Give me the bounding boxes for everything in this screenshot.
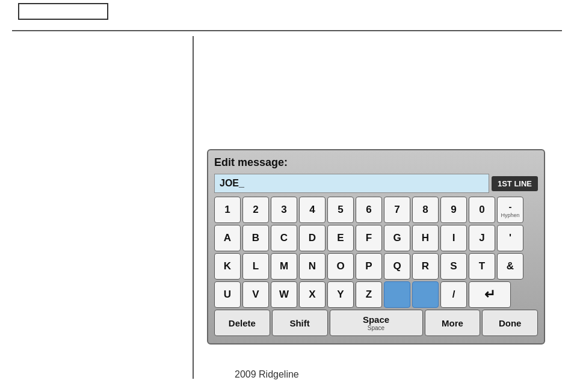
key-2[interactable]: 2 bbox=[242, 197, 269, 223]
keyboard-modal: Edit message: JOE_ 1ST LINE 1 2 3 4 5 6 … bbox=[207, 149, 545, 345]
key-H[interactable]: H bbox=[412, 225, 439, 251]
action-done-button[interactable]: Done bbox=[482, 310, 538, 336]
key-G[interactable]: G bbox=[384, 225, 410, 251]
key-7[interactable]: 7 bbox=[384, 197, 410, 223]
key-blue-2[interactable] bbox=[412, 281, 439, 308]
key-row-u: U V W X Y Z / ↵ bbox=[214, 281, 538, 308]
key-E[interactable]: E bbox=[327, 225, 354, 251]
key-8[interactable]: 8 bbox=[412, 197, 439, 223]
vertical-divider bbox=[193, 36, 194, 379]
horizontal-divider bbox=[12, 30, 562, 31]
key-4[interactable]: 4 bbox=[299, 197, 326, 223]
modal-title: Edit message: bbox=[214, 156, 538, 169]
top-input-box[interactable] bbox=[18, 3, 108, 20]
action-space-button[interactable]: Space Space bbox=[330, 310, 423, 336]
key-6[interactable]: 6 bbox=[356, 197, 382, 223]
key-K[interactable]: K bbox=[214, 253, 241, 280]
key-P[interactable]: P bbox=[356, 253, 382, 280]
key-S[interactable]: S bbox=[440, 253, 467, 280]
key-L[interactable]: L bbox=[242, 253, 269, 280]
action-row: Delete Shift Space Space More Done bbox=[214, 310, 538, 336]
key-row-digits: 1 2 3 4 5 6 7 8 9 0 - Hyphen bbox=[214, 197, 538, 223]
key-hyphen[interactable]: - Hyphen bbox=[497, 197, 523, 223]
key-ampersand[interactable]: & bbox=[497, 253, 523, 280]
key-C[interactable]: C bbox=[271, 225, 297, 251]
key-blue-1[interactable] bbox=[384, 281, 410, 308]
key-enter[interactable]: ↵ bbox=[469, 281, 511, 308]
action-shift-button[interactable]: Shift bbox=[272, 310, 328, 336]
key-apostrophe[interactable]: ' bbox=[497, 225, 523, 251]
key-5[interactable]: 5 bbox=[327, 197, 354, 223]
key-T[interactable]: T bbox=[469, 253, 495, 280]
line-badge: 1ST LINE bbox=[492, 176, 538, 191]
key-B[interactable]: B bbox=[242, 225, 269, 251]
key-A[interactable]: A bbox=[214, 225, 241, 251]
key-M[interactable]: M bbox=[271, 253, 297, 280]
key-U[interactable]: U bbox=[214, 281, 241, 308]
key-W[interactable]: W bbox=[271, 281, 297, 308]
action-more-button[interactable]: More bbox=[425, 310, 481, 336]
keyboard-grid: 1 2 3 4 5 6 7 8 9 0 - Hyphen A B C D E F… bbox=[214, 197, 538, 308]
key-1[interactable]: 1 bbox=[214, 197, 241, 223]
footer-text: 2009 Ridgeline bbox=[235, 369, 299, 380]
key-R[interactable]: R bbox=[412, 253, 439, 280]
key-Y[interactable]: Y bbox=[327, 281, 354, 308]
key-0[interactable]: 0 bbox=[469, 197, 495, 223]
key-row-a: A B C D E F G H I J ' bbox=[214, 225, 538, 251]
key-N[interactable]: N bbox=[299, 253, 326, 280]
key-X[interactable]: X bbox=[299, 281, 326, 308]
input-row: JOE_ 1ST LINE bbox=[214, 174, 538, 193]
key-row-k: K L M N O P Q R S T & bbox=[214, 253, 538, 280]
key-F[interactable]: F bbox=[356, 225, 382, 251]
key-slash[interactable]: / bbox=[440, 281, 467, 308]
action-delete-button[interactable]: Delete bbox=[214, 310, 270, 336]
key-I[interactable]: I bbox=[440, 225, 467, 251]
key-J[interactable]: J bbox=[469, 225, 495, 251]
key-D[interactable]: D bbox=[299, 225, 326, 251]
key-V[interactable]: V bbox=[242, 281, 269, 308]
key-Q[interactable]: Q bbox=[384, 253, 410, 280]
message-input[interactable]: JOE_ bbox=[214, 174, 489, 193]
key-O[interactable]: O bbox=[327, 253, 354, 280]
key-3[interactable]: 3 bbox=[271, 197, 297, 223]
key-9[interactable]: 9 bbox=[440, 197, 467, 223]
key-Z[interactable]: Z bbox=[356, 281, 382, 308]
